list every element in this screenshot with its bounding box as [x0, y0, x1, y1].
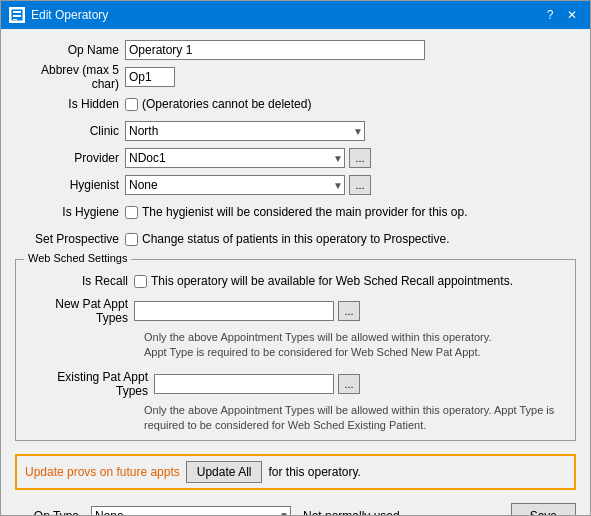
- op-name-input[interactable]: [125, 40, 425, 60]
- set-prospective-note: Change status of patients in this operat…: [142, 232, 450, 246]
- new-pat-input[interactable]: [134, 301, 334, 321]
- clinic-label: Clinic: [15, 124, 125, 138]
- update-all-button[interactable]: Update All: [186, 461, 263, 483]
- existing-pat-label: Existing Pat Appt Types: [24, 370, 154, 398]
- web-sched-section: Web Sched Settings Is Recall This operat…: [15, 259, 576, 441]
- is-hidden-group: (Operatories cannot be deleted): [125, 97, 576, 111]
- svg-rect-2: [13, 15, 21, 17]
- existing-pat-notes: Only the above Appointment Types will be…: [140, 403, 567, 434]
- new-pat-note2: Appt Type is required to be considered f…: [144, 345, 567, 360]
- save-button[interactable]: Save: [511, 503, 576, 515]
- hygienist-group: None NDoc1 ▼ ...: [125, 175, 576, 195]
- window-controls: ? ✕: [540, 5, 582, 25]
- op-type-label: Op Type: [15, 509, 85, 515]
- provider-select-wrapper: NDoc1 NDoc2 ▼: [125, 148, 345, 168]
- web-sched-section-label: Web Sched Settings: [24, 252, 131, 264]
- title-bar: Edit Operatory ? ✕: [1, 1, 590, 29]
- new-pat-note1: Only the above Appointment Types will be…: [144, 330, 567, 345]
- hygienist-select[interactable]: None NDoc1: [125, 175, 345, 195]
- update-provs-box: Update provs on future appts Update All …: [15, 454, 576, 490]
- op-type-row: Op Type None Surgical Exam ▼ Not normall…: [15, 506, 400, 515]
- provider-row: Provider NDoc1 NDoc2 ▼ ...: [15, 147, 576, 169]
- is-hygiene-note: The hygienist will be considered the mai…: [142, 205, 468, 219]
- is-hygiene-row: Is Hygiene The hygienist will be conside…: [15, 201, 576, 223]
- new-pat-ellipsis-button[interactable]: ...: [338, 301, 360, 321]
- is-recall-row: Is Recall This operatory will be availab…: [24, 270, 567, 292]
- clinic-select-wrapper: North South East West ▼: [125, 121, 365, 141]
- provider-ellipsis-button[interactable]: ...: [349, 148, 371, 168]
- set-prospective-checkbox[interactable]: [125, 233, 138, 246]
- op-type-select-wrapper: None Surgical Exam ▼: [91, 506, 291, 515]
- close-button[interactable]: ✕: [562, 5, 582, 25]
- op-type-note: Not normally used: [303, 509, 400, 515]
- existing-pat-row: Existing Pat Appt Types ...: [24, 370, 567, 398]
- is-hidden-row: Is Hidden (Operatories cannot be deleted…: [15, 93, 576, 115]
- window-title: Edit Operatory: [31, 8, 540, 22]
- save-underline: Save: [530, 509, 557, 515]
- existing-pat-group: ...: [154, 374, 567, 394]
- update-provs-label: Update provs on future appts: [25, 465, 180, 479]
- set-prospective-label: Set Prospective: [15, 232, 125, 246]
- is-hidden-note: (Operatories cannot be deleted): [142, 97, 311, 111]
- update-suffix: for this operatory.: [268, 465, 360, 479]
- provider-select[interactable]: NDoc1 NDoc2: [125, 148, 345, 168]
- is-hygiene-group: The hygienist will be considered the mai…: [125, 205, 576, 219]
- hygienist-select-wrapper: None NDoc1 ▼: [125, 175, 345, 195]
- op-type-select[interactable]: None Surgical Exam: [91, 506, 291, 515]
- provider-group: NDoc1 NDoc2 ▼ ...: [125, 148, 576, 168]
- provider-label: Provider: [15, 151, 125, 165]
- set-prospective-group: Change status of patients in this operat…: [125, 232, 576, 246]
- edit-operatory-window: Edit Operatory ? ✕ Op Name Abbrev (max 5…: [0, 0, 591, 516]
- abbrev-input[interactable]: [125, 67, 175, 87]
- is-hygiene-checkbox[interactable]: [125, 206, 138, 219]
- hygienist-row: Hygienist None NDoc1 ▼ ...: [15, 174, 576, 196]
- abbrev-label: Abbrev (max 5 char): [15, 63, 125, 91]
- bottom-row: Op Type None Surgical Exam ▼ Not normall…: [15, 503, 576, 515]
- new-pat-row: New Pat Appt Types ...: [24, 297, 567, 325]
- is-hygiene-label: Is Hygiene: [15, 205, 125, 219]
- web-sched-content: Is Recall This operatory will be availab…: [24, 270, 567, 434]
- svg-rect-3: [13, 19, 17, 20]
- existing-pat-note: Only the above Appointment Types will be…: [144, 403, 567, 434]
- is-recall-checkbox[interactable]: [134, 275, 147, 288]
- help-button[interactable]: ?: [540, 5, 560, 25]
- is-recall-label: Is Recall: [24, 274, 134, 288]
- is-recall-note: This operatory will be available for Web…: [151, 274, 513, 288]
- existing-pat-input[interactable]: [154, 374, 334, 394]
- abbrev-row: Abbrev (max 5 char): [15, 66, 576, 88]
- is-recall-group: This operatory will be available for Web…: [134, 274, 567, 288]
- existing-pat-ellipsis-button[interactable]: ...: [338, 374, 360, 394]
- hygienist-label: Hygienist: [15, 178, 125, 192]
- is-hidden-checkbox[interactable]: [125, 98, 138, 111]
- new-pat-group: ...: [134, 301, 567, 321]
- set-prospective-row: Set Prospective Change status of patient…: [15, 228, 576, 250]
- window-icon: [9, 7, 25, 23]
- form-content: Op Name Abbrev (max 5 char) Is Hidden (O…: [1, 29, 590, 515]
- svg-rect-1: [13, 11, 21, 13]
- clinic-row: Clinic North South East West ▼: [15, 120, 576, 142]
- clinic-select[interactable]: North South East West: [125, 121, 365, 141]
- is-hidden-label: Is Hidden: [15, 97, 125, 111]
- hygienist-ellipsis-button[interactable]: ...: [349, 175, 371, 195]
- op-name-row: Op Name: [15, 39, 576, 61]
- op-name-label: Op Name: [15, 43, 125, 57]
- new-pat-notes: Only the above Appointment Types will be…: [140, 330, 567, 361]
- new-pat-label: New Pat Appt Types: [24, 297, 134, 325]
